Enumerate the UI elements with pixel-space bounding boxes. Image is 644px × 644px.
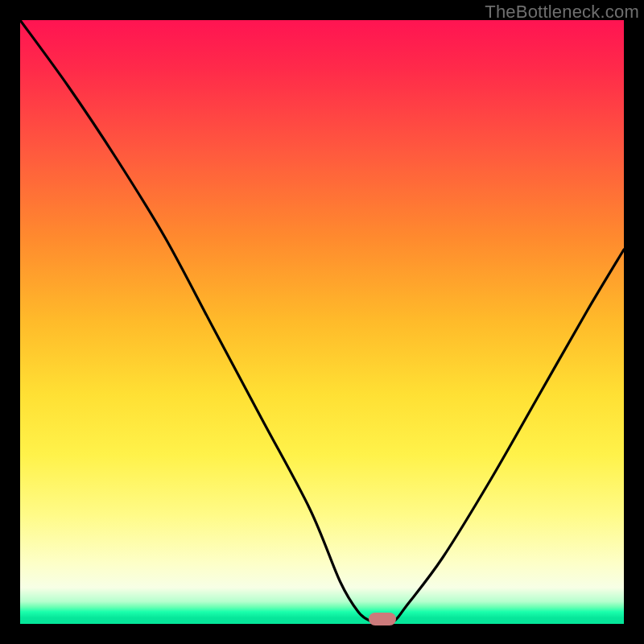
watermark-text: TheBottleneck.com — [485, 2, 639, 23]
plot-gradient-background — [20, 20, 624, 624]
chart-frame — [20, 20, 624, 624]
optimum-marker — [369, 613, 396, 625]
